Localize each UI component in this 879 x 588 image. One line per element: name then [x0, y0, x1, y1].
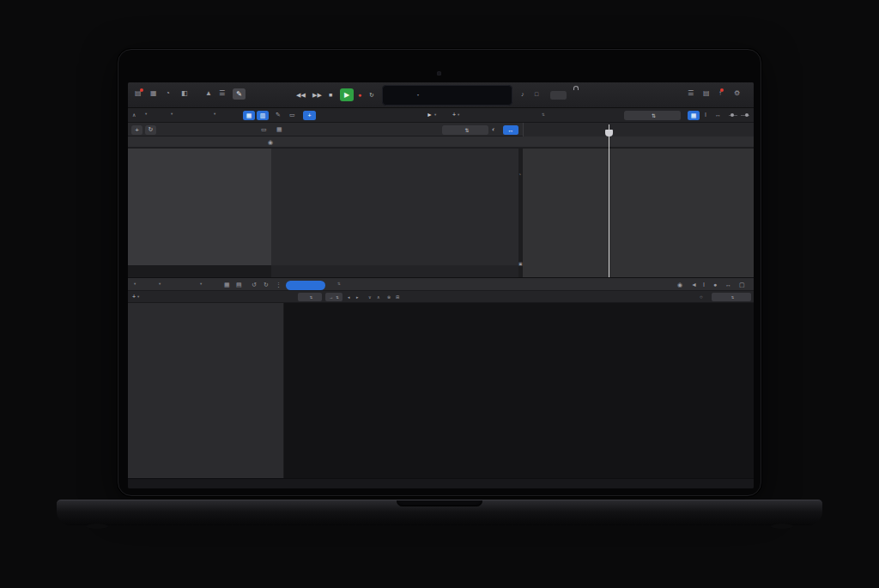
record-button[interactable]: ● [358, 92, 361, 98]
mixer-icon[interactable]: ☰ [219, 90, 225, 97]
quick-help-icon[interactable]: ◔ [166, 90, 170, 97]
desktop-background: ▤ ▦ ◔ ◧ ▲ ☰ ✎ ◀◀ ▶▶ ■ ▶ ● ↻ [0, 0, 879, 588]
h-expand-icon[interactable]: ↔ [725, 282, 731, 288]
forward-icon[interactable]: ▶▶ [312, 92, 322, 99]
seq-menu-view[interactable]: ▾ [198, 282, 202, 286]
ll-menu-edit[interactable]: ▾ [143, 112, 147, 116]
redo-icon[interactable]: ↻ [264, 282, 269, 288]
list-editors-icon[interactable]: ☰ [688, 90, 694, 97]
pointer-tool-button[interactable]: ►▾ [427, 112, 436, 118]
library-icon[interactable]: ▤ [135, 90, 142, 97]
window-icon[interactable]: ▢ [739, 282, 745, 288]
pattern-browser-icon[interactable]: ▤ [236, 282, 242, 288]
live-loops-grid [271, 149, 521, 265]
webcam-icon [437, 71, 441, 76]
mode-value-menu[interactable]: ⇅ [336, 282, 341, 286]
pattern-header-row: +▾ ⇅ →⇅ ◂ ▸ ∨ ∧ ⊗ ⊞ ○ ⇅ [128, 291, 754, 303]
preview-speaker-icon[interactable]: ◄ [691, 282, 697, 288]
control-bar: ▤ ▦ ◔ ◧ ▲ ☰ ✎ ◀◀ ▶▶ ■ ▶ ● ↻ [128, 82, 754, 108]
mode-onoff-button[interactable] [286, 281, 325, 290]
ll-menu-functions[interactable]: ▾ [169, 112, 173, 116]
automation-icon[interactable]: ✎ [276, 112, 281, 118]
marquee-icon[interactable]: I [703, 282, 705, 288]
logic-pro-window: ▤ ▦ ◔ ◧ ▲ ☰ ✎ ◀◀ ▶▶ ■ ▶ ● ↻ [128, 82, 754, 488]
snap-menu[interactable]: ⇅ [540, 112, 545, 117]
seq-menu-functions[interactable]: ▾ [157, 282, 161, 286]
scene-trigger-row [271, 265, 521, 277]
decrement-icon[interactable]: ∨ [368, 295, 372, 300]
nudge-right-icon[interactable]: ▸ [356, 295, 359, 300]
capture-badge[interactable] [550, 91, 567, 100]
chord-power-icon[interactable]: ◉ [268, 139, 273, 145]
steps-count-menu[interactable]: ⇅ [712, 293, 751, 301]
regions-icon[interactable]: □ [535, 91, 538, 97]
secondary-tool-button[interactable]: +▾ [452, 112, 459, 118]
cell-edit-icon[interactable]: ▭ [261, 126, 267, 132]
seq-menu-edit[interactable]: ▾ [132, 282, 136, 286]
step-row-headers [128, 303, 283, 478]
pattern-rate-stepper[interactable]: ⇅ [298, 293, 322, 301]
flex-icon[interactable]: ▭ [289, 112, 295, 118]
catch-playhead-icon[interactable]: ▦ [688, 111, 700, 120]
zoom-loupe-icon[interactable]: ○ [700, 294, 703, 300]
cycle-scene-icon[interactable]: ↻ [145, 125, 156, 135]
marquee-tool-icon[interactable]: I [705, 112, 706, 118]
laptop-foot [86, 524, 108, 529]
bar-ruler[interactable] [523, 123, 754, 136]
settings-icon[interactable]: ⚙ [734, 90, 740, 97]
performance-icon[interactable]: + [303, 111, 316, 120]
live-loops-secondary-toolbar: + ↻ ▭ ▦ ⇅ ◐ ↔ [128, 123, 754, 136]
macbook-base [57, 500, 822, 525]
drag-menu[interactable]: ⇅ [624, 111, 681, 120]
step-sequencer-toolbar: ▾ ▾ ▾ ▦ ▤ ↺ ↻ ⋮ ⇅ ◉ ◄ I ● ↔ ▢ [128, 277, 754, 291]
playhead-line [609, 124, 609, 277]
eye-icon[interactable]: ◉ [677, 282, 682, 288]
quantize-start-menu[interactable]: ⇅ [442, 125, 488, 135]
undo-icon[interactable]: ↺ [252, 282, 257, 288]
cell-grid-icon[interactable]: ▦ [276, 126, 282, 132]
macbook-lid: ▤ ▦ ◔ ◧ ▲ ☰ ✎ ◀◀ ▶▶ ■ ▶ ● ↻ [118, 49, 761, 496]
zoom-slider-v-knob[interactable] [745, 113, 749, 117]
ll-menu-view[interactable]: ▾ [212, 112, 215, 116]
play-button[interactable]: ▶ [340, 88, 354, 101]
share-notification-dot [720, 88, 724, 92]
browsers-icon[interactable]: ▤ [703, 90, 710, 97]
grid-view-toggle-icon[interactable]: ▦ [243, 111, 255, 120]
tracks-view-toggle-icon[interactable]: ▥ [257, 111, 269, 120]
chord-track-row: ◉ [128, 136, 754, 148]
chord-regions-lane [523, 136, 754, 148]
lid-notch [397, 500, 482, 506]
stop-icon[interactable]: ■ [329, 92, 332, 98]
more-icon[interactable]: ⋮ [276, 282, 282, 288]
step-grid [284, 303, 754, 478]
loop-toggle-icon[interactable]: ↔ [503, 125, 518, 135]
pencil-tool-icon[interactable]: ✎ [233, 88, 246, 100]
notification-dot [140, 88, 143, 92]
cycle-icon[interactable]: ↻ [369, 92, 374, 99]
share-icon[interactable]: ↑ [718, 90, 722, 97]
clipboard-icon[interactable]: ▦ [224, 282, 230, 288]
rewind-icon[interactable]: ◀◀ [296, 92, 306, 99]
loop-track-headers [128, 149, 271, 265]
metronome-icon[interactable]: ▲ [205, 90, 212, 97]
lcd-display[interactable]: ▾ [382, 85, 512, 106]
quantize-strength-icon[interactable]: ◐ [492, 126, 495, 132]
playhead-marker[interactable] [605, 130, 613, 136]
cell-timer-icon: ◔ [518, 173, 521, 177]
arrange-area [523, 149, 754, 277]
clear-row-icon[interactable]: ⊗ [387, 295, 391, 300]
tuner-icon[interactable]: ♪ [521, 91, 524, 97]
zoom-slider-h-knob[interactable] [730, 113, 734, 117]
add-row-button[interactable]: +▾ [132, 294, 139, 300]
panel-collapse-icon[interactable]: ∧ [132, 112, 136, 118]
fill-row-icon[interactable]: ⊞ [396, 295, 399, 300]
media-browser-icon[interactable]: ▦ [150, 90, 157, 97]
inspector-icon[interactable]: ◧ [181, 90, 188, 97]
h-zoom-icon[interactable]: ↔ [715, 112, 721, 118]
nudge-left-icon[interactable]: ◂ [348, 295, 350, 300]
pattern-direction-stepper[interactable]: →⇅ [325, 293, 343, 301]
zoom-dot-icon[interactable]: ● [713, 282, 717, 288]
increment-icon[interactable]: ∧ [377, 295, 380, 300]
laptop-foot [771, 524, 793, 529]
add-track-button[interactable]: + [131, 125, 142, 135]
